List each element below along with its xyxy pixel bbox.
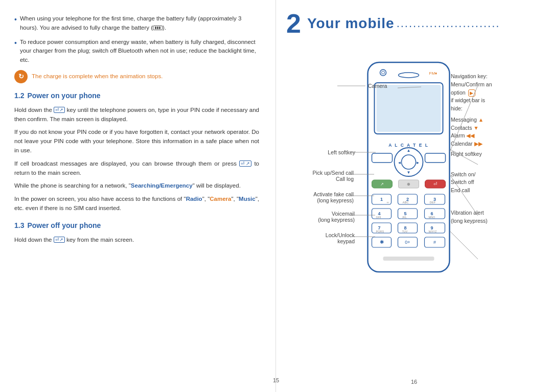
svg-text:0+: 0+ (405, 240, 410, 245)
svg-text:PQRS: PQRS (376, 230, 384, 233)
page-spread: • When using your telephone for the firs… (0, 0, 552, 392)
refresh-icon: ↻ (18, 72, 24, 82)
messaging-label: Messaging ▲ (451, 116, 538, 124)
fake-call-label: Activate fake call (long keypress) (287, 191, 354, 203)
svg-rect-31 (372, 209, 392, 219)
svg-text:JKL: JKL (402, 216, 407, 219)
contacts-label: Contacts ▼ (451, 124, 538, 132)
para-power-on-3: If cell broadcast messages are displayed… (14, 159, 259, 178)
svg-text:TUV: TUV (402, 230, 408, 233)
switch-on-label: Switch on/ Switch off End call (451, 171, 538, 195)
svg-point-9 (402, 155, 416, 169)
svg-text:ABC: ABC (403, 201, 409, 204)
lock-unlock-label: Lock/Unlock keypad (293, 232, 355, 244)
chapter-num: 2 (286, 10, 301, 37)
svg-rect-55 (383, 257, 434, 261)
info-icon: ↻ (14, 70, 28, 83)
svg-text:⏎: ⏎ (433, 181, 438, 187)
section-1-3-title: Power off your phone (27, 220, 101, 232)
para-power-on-2: If you do not know your PIN code or if y… (14, 128, 259, 155)
vibration-label: Vibration alert (long keypress) (451, 209, 538, 225)
bullet-dot-1: • (14, 14, 17, 26)
chapter-text: Your mobile (307, 15, 395, 32)
svg-rect-15 (425, 153, 446, 163)
right-page: 2 Your mobile ......................... … (276, 0, 552, 392)
svg-text:FM♦: FM♦ (429, 71, 438, 76)
bullet-2: • To reduce power consumption and energy… (14, 38, 259, 65)
camera-label: Camera (368, 83, 387, 89)
svg-rect-34 (398, 209, 418, 219)
svg-text:◄: ◄ (398, 160, 402, 165)
section-1-3-num: 1.3 (14, 220, 24, 232)
bullet-text-2: To reduce power consumption and energy w… (20, 38, 259, 65)
section-1-2-header: 1.2 Power on your phone (14, 90, 259, 102)
right-labels-container: Navigation key: Menu/Confirm an option ▶… (451, 73, 538, 225)
left-softkey-label: Left softkey (289, 149, 355, 155)
svg-text:MNO: MNO (429, 216, 436, 219)
section-1-2-title: Power on your phone (27, 90, 100, 102)
para-power-off-1: Hold down the ⏎↗ key from the main scree… (14, 236, 259, 245)
svg-text:WXYZ: WXYZ (429, 230, 438, 233)
calendar-label: Calendar ▶▶ (451, 140, 538, 148)
svg-text:▲: ▲ (407, 148, 411, 153)
info-box: ↻ The charge is complete when the animat… (14, 70, 259, 83)
svg-text:↗: ↗ (380, 182, 384, 187)
voicemail-label: Voicemail (long keypress) (293, 211, 355, 223)
bullet-text-1: When using your telephone for the first … (20, 14, 259, 33)
section-1-3-header: 1.3 Power off your phone (14, 220, 259, 232)
phone-diagram: FM♦ A L C A T E L ▲ ▼ ◄ ► (286, 47, 542, 343)
svg-rect-43 (398, 223, 418, 233)
chapter-dots: ......................... (397, 17, 500, 30)
phone-image: FM♦ A L C A T E L ▲ ▼ ◄ ► (355, 57, 463, 279)
svg-text:✱: ✱ (380, 239, 384, 245)
svg-text:►: ► (416, 160, 420, 165)
svg-rect-14 (372, 153, 393, 163)
svg-text:∞: ∞ (387, 201, 389, 204)
section-1-2-num: 1.2 (14, 90, 24, 102)
left-page: • When using your telephone for the firs… (0, 0, 276, 392)
right-softkey-label-right: Right softkey (451, 150, 538, 158)
para-power-on-1: Hold down the ⏎↗ key until the telephone… (14, 106, 259, 124)
pickup-label: Pick up/Send call Call log (287, 170, 354, 182)
chapter-title-block: 2 Your mobile ......................... (286, 10, 542, 37)
svg-text:A L C A T E L: A L C A T E L (388, 143, 429, 148)
nav-key-label: Navigation key: Menu/Confirm an option ▶… (451, 73, 538, 113)
svg-rect-6 (377, 85, 441, 132)
page-number-right: 16 (411, 379, 417, 385)
svg-text:#: # (433, 240, 436, 245)
bullet-dot-2: • (14, 38, 17, 49)
para-power-on-4: While the phone is searching for a netwo… (14, 181, 259, 191)
bullet-1: • When using your telephone for the firs… (14, 14, 259, 33)
para-power-on-5: In the power on screen, you also have ac… (14, 195, 259, 213)
info-text: The charge is complete when the animatio… (32, 72, 163, 81)
alarm-label: Alarm ◀◀ (451, 132, 538, 140)
svg-text:1: 1 (380, 197, 383, 202)
svg-text:⊕: ⊕ (407, 182, 410, 187)
svg-text:GHI: GHI (376, 216, 381, 219)
svg-text:▼: ▼ (407, 170, 411, 175)
svg-text:DEF: DEF (430, 201, 436, 204)
